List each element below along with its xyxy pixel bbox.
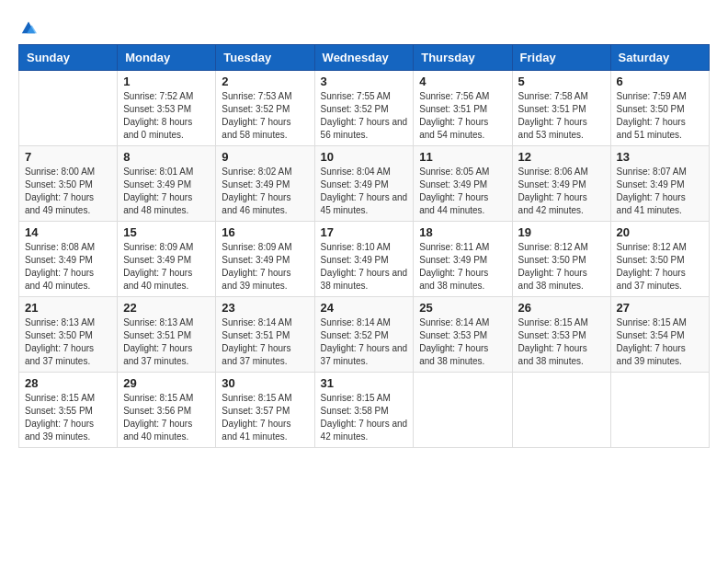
day-number: 21 [25, 301, 111, 315]
calendar-cell: 20Sunrise: 8:12 AM Sunset: 3:50 PM Dayli… [610, 222, 709, 297]
calendar-cell: 9Sunrise: 8:02 AM Sunset: 3:49 PM Daylig… [216, 146, 314, 222]
day-number: 27 [617, 301, 703, 315]
day-info: Sunrise: 8:13 AM Sunset: 3:51 PM Dayligh… [123, 316, 210, 368]
calendar-cell: 27Sunrise: 8:15 AM Sunset: 3:54 PM Dayli… [610, 297, 709, 373]
day-number: 15 [123, 225, 210, 239]
logo [18, 18, 37, 35]
calendar-cell: 18Sunrise: 8:11 AM Sunset: 3:49 PM Dayli… [414, 222, 512, 297]
day-info: Sunrise: 7:52 AM Sunset: 3:53 PM Dayligh… [123, 90, 210, 142]
calendar-cell: 31Sunrise: 8:15 AM Sunset: 3:58 PM Dayli… [314, 373, 414, 448]
weekday-header-wednesday: Wednesday [314, 45, 414, 71]
day-number: 30 [222, 376, 308, 390]
day-info: Sunrise: 8:12 AM Sunset: 3:50 PM Dayligh… [518, 241, 605, 293]
day-number: 20 [617, 225, 703, 239]
calendar-cell: 24Sunrise: 8:14 AM Sunset: 3:52 PM Dayli… [314, 297, 414, 373]
calendar-week-row: 1Sunrise: 7:52 AM Sunset: 3:53 PM Daylig… [19, 71, 710, 146]
day-info: Sunrise: 8:07 AM Sunset: 3:49 PM Dayligh… [617, 166, 703, 217]
calendar-cell: 22Sunrise: 8:13 AM Sunset: 3:51 PM Dayli… [118, 297, 216, 373]
calendar-cell: 6Sunrise: 7:59 AM Sunset: 3:50 PM Daylig… [610, 71, 709, 146]
day-info: Sunrise: 8:15 AM Sunset: 3:56 PM Dayligh… [123, 392, 210, 443]
day-number: 31 [321, 376, 408, 390]
calendar-cell: 26Sunrise: 8:15 AM Sunset: 3:53 PM Dayli… [512, 297, 610, 373]
day-info: Sunrise: 8:08 AM Sunset: 3:49 PM Dayligh… [25, 241, 111, 293]
calendar-cell [19, 71, 118, 146]
day-number: 3 [321, 75, 408, 88]
calendar-cell: 12Sunrise: 8:06 AM Sunset: 3:49 PM Dayli… [512, 146, 610, 222]
weekday-header-thursday: Thursday [414, 45, 512, 71]
calendar-cell: 10Sunrise: 8:04 AM Sunset: 3:49 PM Dayli… [314, 146, 414, 222]
day-info: Sunrise: 8:15 AM Sunset: 3:57 PM Dayligh… [222, 392, 308, 443]
day-number: 12 [518, 150, 605, 164]
day-info: Sunrise: 8:13 AM Sunset: 3:50 PM Dayligh… [25, 316, 111, 368]
day-number: 26 [518, 301, 605, 315]
day-number: 16 [222, 225, 308, 239]
calendar-cell [610, 373, 709, 448]
day-info: Sunrise: 8:14 AM Sunset: 3:53 PM Dayligh… [419, 316, 506, 368]
calendar-cell: 1Sunrise: 7:52 AM Sunset: 3:53 PM Daylig… [118, 71, 216, 146]
calendar-cell [512, 373, 610, 448]
day-info: Sunrise: 7:58 AM Sunset: 3:51 PM Dayligh… [518, 90, 605, 142]
day-info: Sunrise: 8:01 AM Sunset: 3:49 PM Dayligh… [123, 166, 210, 217]
day-number: 17 [321, 225, 408, 239]
day-number: 14 [25, 225, 111, 239]
logo-icon [20, 18, 37, 35]
day-number: 7 [25, 150, 111, 164]
day-info: Sunrise: 8:00 AM Sunset: 3:50 PM Dayligh… [25, 166, 111, 217]
day-info: Sunrise: 8:15 AM Sunset: 3:55 PM Dayligh… [25, 392, 111, 443]
calendar-table: SundayMondayTuesdayWednesdayThursdayFrid… [18, 44, 710, 448]
calendar-cell: 19Sunrise: 8:12 AM Sunset: 3:50 PM Dayli… [512, 222, 610, 297]
calendar-cell: 13Sunrise: 8:07 AM Sunset: 3:49 PM Dayli… [610, 146, 709, 222]
calendar-week-row: 28Sunrise: 8:15 AM Sunset: 3:55 PM Dayli… [19, 373, 710, 448]
day-info: Sunrise: 8:15 AM Sunset: 3:58 PM Dayligh… [321, 392, 408, 443]
day-info: Sunrise: 8:04 AM Sunset: 3:49 PM Dayligh… [321, 166, 408, 217]
day-info: Sunrise: 7:59 AM Sunset: 3:50 PM Dayligh… [617, 90, 703, 142]
calendar-cell: 23Sunrise: 8:14 AM Sunset: 3:51 PM Dayli… [216, 297, 314, 373]
day-number: 18 [419, 225, 506, 239]
weekday-header-tuesday: Tuesday [216, 45, 314, 71]
calendar-cell: 21Sunrise: 8:13 AM Sunset: 3:50 PM Dayli… [19, 297, 118, 373]
calendar-cell: 14Sunrise: 8:08 AM Sunset: 3:49 PM Dayli… [19, 222, 118, 297]
day-number: 4 [419, 75, 506, 88]
day-number: 9 [222, 150, 308, 164]
day-info: Sunrise: 8:12 AM Sunset: 3:50 PM Dayligh… [617, 241, 703, 293]
day-number: 23 [222, 301, 308, 315]
calendar-header-row: SundayMondayTuesdayWednesdayThursdayFrid… [19, 45, 710, 71]
day-number: 11 [419, 150, 506, 164]
weekday-header-sunday: Sunday [19, 45, 118, 71]
day-info: Sunrise: 8:14 AM Sunset: 3:51 PM Dayligh… [222, 316, 308, 368]
calendar-cell: 8Sunrise: 8:01 AM Sunset: 3:49 PM Daylig… [118, 146, 216, 222]
weekday-header-monday: Monday [118, 45, 216, 71]
day-info: Sunrise: 7:55 AM Sunset: 3:52 PM Dayligh… [321, 90, 408, 142]
day-number: 28 [25, 376, 111, 390]
day-number: 25 [419, 301, 506, 315]
calendar-cell: 16Sunrise: 8:09 AM Sunset: 3:49 PM Dayli… [216, 222, 314, 297]
calendar-week-row: 7Sunrise: 8:00 AM Sunset: 3:50 PM Daylig… [19, 146, 710, 222]
calendar-cell: 25Sunrise: 8:14 AM Sunset: 3:53 PM Dayli… [414, 297, 512, 373]
page-header [18, 18, 710, 35]
weekday-header-saturday: Saturday [610, 45, 709, 71]
calendar-cell: 15Sunrise: 8:09 AM Sunset: 3:49 PM Dayli… [118, 222, 216, 297]
calendar-cell: 30Sunrise: 8:15 AM Sunset: 3:57 PM Dayli… [216, 373, 314, 448]
day-info: Sunrise: 8:14 AM Sunset: 3:52 PM Dayligh… [321, 316, 408, 368]
day-number: 1 [123, 75, 210, 88]
day-info: Sunrise: 8:02 AM Sunset: 3:49 PM Dayligh… [222, 166, 308, 217]
calendar-cell: 7Sunrise: 8:00 AM Sunset: 3:50 PM Daylig… [19, 146, 118, 222]
day-number: 6 [617, 75, 703, 88]
day-info: Sunrise: 7:53 AM Sunset: 3:52 PM Dayligh… [222, 90, 308, 142]
day-number: 22 [123, 301, 210, 315]
weekday-header-friday: Friday [512, 45, 610, 71]
day-number: 24 [321, 301, 408, 315]
calendar-cell: 4Sunrise: 7:56 AM Sunset: 3:51 PM Daylig… [414, 71, 512, 146]
day-info: Sunrise: 8:05 AM Sunset: 3:49 PM Dayligh… [419, 166, 506, 217]
calendar-cell: 28Sunrise: 8:15 AM Sunset: 3:55 PM Dayli… [19, 373, 118, 448]
calendar-cell: 17Sunrise: 8:10 AM Sunset: 3:49 PM Dayli… [314, 222, 414, 297]
calendar-cell: 2Sunrise: 7:53 AM Sunset: 3:52 PM Daylig… [216, 71, 314, 146]
calendar-cell: 29Sunrise: 8:15 AM Sunset: 3:56 PM Dayli… [118, 373, 216, 448]
day-number: 13 [617, 150, 703, 164]
day-info: Sunrise: 8:15 AM Sunset: 3:53 PM Dayligh… [518, 316, 605, 368]
calendar-week-row: 14Sunrise: 8:08 AM Sunset: 3:49 PM Dayli… [19, 222, 710, 297]
day-number: 8 [123, 150, 210, 164]
day-number: 10 [321, 150, 408, 164]
calendar-cell: 5Sunrise: 7:58 AM Sunset: 3:51 PM Daylig… [512, 71, 610, 146]
calendar-cell [414, 373, 512, 448]
